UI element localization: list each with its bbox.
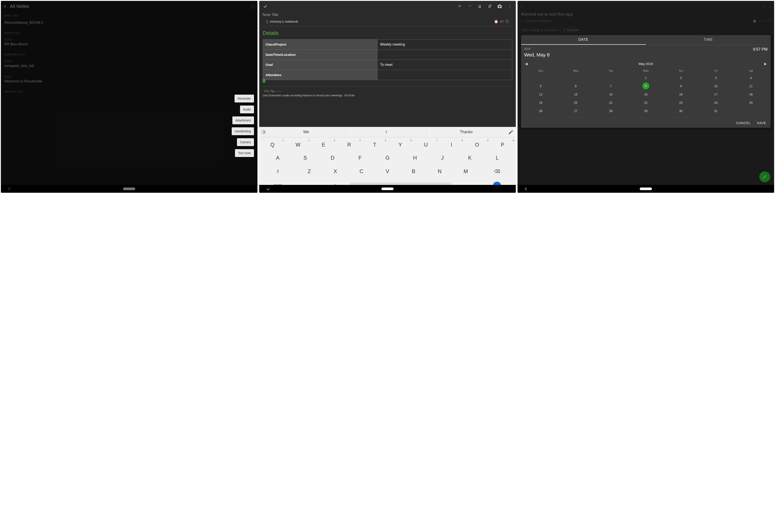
calendar-day[interactable]: 4 — [733, 74, 768, 82]
back-icon[interactable] — [525, 187, 528, 190]
calendar-day[interactable]: 6 — [558, 82, 594, 90]
key-⇧[interactable]: ⇧ — [260, 165, 296, 177]
dim-overlay[interactable] — [1, 1, 257, 193]
info-icon[interactable]: ⓘ — [505, 19, 509, 24]
menu-item-attachment[interactable]: Attachment — [232, 116, 254, 124]
menu-item-reminder[interactable]: Reminder — [234, 95, 254, 102]
calendar-day[interactable]: 2 — [663, 74, 698, 82]
calendar-day[interactable]: 22 — [628, 99, 664, 106]
next-month-icon[interactable]: ▶ — [764, 62, 767, 66]
undo-icon[interactable]: ↶ — [456, 4, 464, 9]
calendar-day[interactable]: 24 — [698, 99, 734, 106]
key-⌫[interactable]: ⌫ — [479, 165, 515, 177]
key-k[interactable]: K — [456, 152, 484, 164]
key-d[interactable]: D — [319, 152, 346, 164]
suggestion[interactable]: Thanks — [426, 130, 506, 134]
calendar-day[interactable]: 27 — [558, 107, 594, 115]
reminder-icon[interactable]: ⏰ — [494, 19, 498, 24]
menu-item-text-note[interactable]: Text Note — [235, 149, 254, 157]
mic-icon[interactable]: 🎤 — [506, 130, 515, 135]
share-icon[interactable]: < — [763, 4, 765, 8]
menu-item-audio[interactable]: Audio — [240, 106, 254, 113]
template-button[interactable]: ▯ Template — [561, 27, 582, 33]
camera-icon[interactable] — [496, 4, 504, 8]
table-value[interactable] — [377, 70, 512, 80]
calendar-day[interactable]: 31 — [698, 107, 734, 115]
calendar-day[interactable]: 30 — [663, 107, 698, 115]
calendar-day[interactable]: 1 — [628, 74, 664, 82]
key-a[interactable]: A — [264, 152, 291, 164]
more-icon[interactable]: ⋮ — [768, 4, 772, 9]
calendar-day[interactable]: 12 — [523, 91, 558, 98]
cancel-button[interactable]: CANCEL — [736, 121, 751, 125]
table-value[interactable] — [377, 50, 512, 60]
calendar-day[interactable]: 16 — [663, 91, 698, 98]
key-m[interactable]: M — [453, 165, 479, 177]
font-icon[interactable]: a — [476, 3, 484, 9]
save-button[interactable]: SAVE — [757, 121, 766, 125]
calendar-day[interactable]: 21 — [593, 99, 628, 106]
calendar-day[interactable]: 8 — [642, 82, 649, 89]
calendar-day[interactable]: 15 — [628, 91, 664, 98]
home-pill[interactable] — [381, 188, 394, 190]
calendar-day[interactable]: 25 — [733, 99, 768, 106]
key-y[interactable]: Y6 — [388, 139, 413, 151]
calendar-day[interactable]: 18 — [733, 91, 768, 98]
key-p[interactable]: P0 — [490, 139, 515, 151]
calendar-day[interactable]: 9 — [663, 82, 698, 90]
notebook-name[interactable]: richmoy's notebook — [270, 20, 492, 23]
key-z[interactable]: Z — [296, 165, 322, 177]
key-x[interactable]: X — [322, 165, 348, 177]
calendar-day[interactable]: 23 — [663, 99, 698, 106]
dismiss-keyboard-icon[interactable] — [267, 187, 270, 190]
selected-time[interactable]: 9:57 PM — [753, 47, 768, 52]
calendar-day[interactable]: 19 — [523, 99, 558, 106]
calendar-day[interactable]: 26 — [523, 107, 558, 115]
key-e[interactable]: E3 — [311, 139, 336, 151]
key-j[interactable]: J — [429, 152, 456, 164]
collapse-suggestions[interactable] — [261, 130, 266, 135]
editor-placeholder[interactable]: Start writing or choose a ▯ Template — [518, 23, 774, 33]
key-w[interactable]: W2 — [285, 139, 311, 151]
notebook-name[interactable]: richmoy's notebook — [525, 19, 751, 23]
edit-fab[interactable] — [759, 171, 770, 182]
calendar-day[interactable]: 17 — [698, 91, 734, 98]
prev-month-icon[interactable]: ◀ — [525, 62, 528, 66]
note-title-input[interactable]: Note Title — [259, 12, 516, 18]
table-value[interactable]: To meet — [377, 60, 512, 70]
calendar-day[interactable]: 11 — [733, 82, 768, 90]
suggestion[interactable]: I — [346, 130, 426, 134]
key-f[interactable]: F — [346, 152, 374, 164]
menu-item-handwriting[interactable]: Handwriting — [232, 127, 254, 135]
key-o[interactable]: O9 — [464, 139, 490, 151]
calendar-day[interactable]: 29 — [628, 107, 664, 115]
back-icon[interactable]: ← — [520, 3, 525, 9]
key-i[interactable]: I8 — [439, 139, 464, 151]
tag-icon[interactable]: 🏷 — [759, 19, 762, 23]
calendar-day[interactable]: 7 — [593, 82, 628, 90]
tag-icon[interactable]: 🏷 — [500, 20, 504, 24]
calendar-day[interactable]: 13 — [558, 91, 594, 98]
key-u[interactable]: U7 — [413, 139, 439, 151]
key-c[interactable]: C — [348, 165, 374, 177]
attachment-icon[interactable] — [486, 4, 494, 9]
tab-date[interactable]: DATE — [521, 35, 646, 45]
key-q[interactable]: Q1 — [260, 139, 285, 151]
home-pill[interactable] — [640, 188, 652, 190]
calendar-day[interactable]: 10 — [698, 82, 734, 90]
calendar-day[interactable]: 5 — [523, 82, 558, 90]
reminder-icon[interactable]: ⏰ — [753, 19, 756, 23]
done-icon[interactable] — [261, 4, 269, 9]
calendar-day[interactable]: 20 — [558, 99, 594, 106]
key-b[interactable]: B — [401, 165, 427, 177]
table-value[interactable]: Weekly meeting — [377, 39, 512, 49]
calendar-day[interactable]: 14 — [593, 91, 628, 98]
calendar-day[interactable]: 28 — [593, 107, 628, 115]
key-g[interactable]: G — [374, 152, 401, 164]
key-h[interactable]: H — [401, 152, 429, 164]
info-icon[interactable]: ⓘ — [768, 19, 771, 23]
selected-year[interactable]: 2019 — [524, 47, 531, 52]
key-t[interactable]: T5 — [362, 139, 388, 151]
key-n[interactable]: N — [427, 165, 453, 177]
suggestion[interactable]: We — [266, 130, 346, 134]
